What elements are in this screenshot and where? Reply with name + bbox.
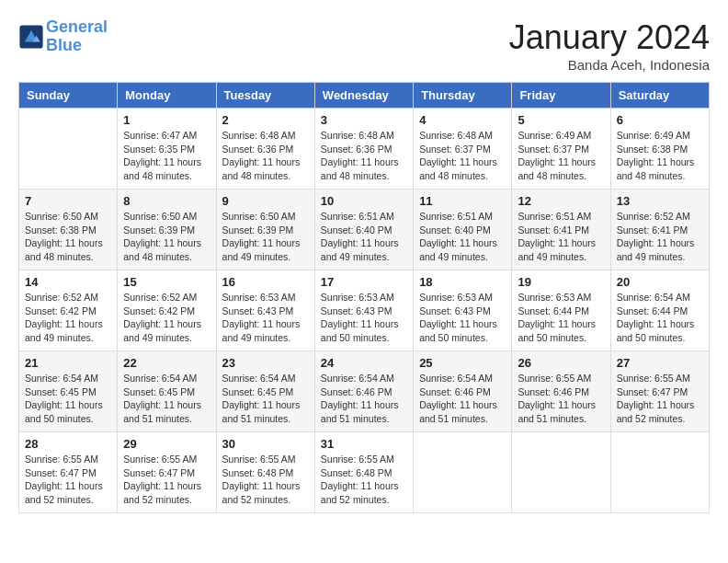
day-number: 1 (123, 113, 210, 127)
day-number: 14 (25, 275, 111, 289)
calendar-week-5: 28Sunrise: 6:55 AM Sunset: 6:47 PM Dayli… (19, 432, 710, 513)
day-number: 9 (222, 194, 309, 208)
calendar-header-row: SundayMondayTuesdayWednesdayThursdayFrid… (19, 83, 710, 109)
logo-icon (18, 24, 44, 50)
day-number: 11 (419, 194, 506, 208)
calendar-cell (610, 432, 709, 513)
day-info: Sunrise: 6:53 AM Sunset: 6:43 PM Dayligh… (419, 291, 506, 345)
day-number: 6 (617, 113, 703, 127)
weekday-header-sunday: Sunday (19, 83, 118, 109)
calendar-table: SundayMondayTuesdayWednesdayThursdayFrid… (18, 82, 710, 513)
calendar-cell: 24Sunrise: 6:54 AM Sunset: 6:46 PM Dayli… (314, 351, 413, 432)
calendar-cell: 29Sunrise: 6:55 AM Sunset: 6:47 PM Dayli… (118, 432, 216, 513)
day-info: Sunrise: 6:48 AM Sunset: 6:36 PM Dayligh… (222, 129, 309, 183)
day-info: Sunrise: 6:50 AM Sunset: 6:39 PM Dayligh… (123, 210, 210, 264)
calendar-cell: 17Sunrise: 6:53 AM Sunset: 6:43 PM Dayli… (314, 270, 413, 351)
day-number: 13 (617, 194, 703, 208)
day-info: Sunrise: 6:49 AM Sunset: 6:37 PM Dayligh… (518, 129, 604, 183)
day-info: Sunrise: 6:48 AM Sunset: 6:36 PM Dayligh… (321, 129, 407, 183)
day-number: 31 (321, 437, 407, 451)
day-info: Sunrise: 6:54 AM Sunset: 6:46 PM Dayligh… (321, 372, 407, 426)
day-number: 30 (222, 437, 309, 451)
weekday-header-thursday: Thursday (414, 83, 512, 109)
calendar-cell: 15Sunrise: 6:52 AM Sunset: 6:42 PM Dayli… (118, 270, 216, 351)
calendar-cell: 18Sunrise: 6:53 AM Sunset: 6:43 PM Dayli… (414, 270, 512, 351)
day-number: 29 (123, 437, 210, 451)
calendar-cell: 22Sunrise: 6:54 AM Sunset: 6:45 PM Dayli… (118, 351, 216, 432)
day-number: 26 (518, 356, 604, 370)
calendar-cell: 8Sunrise: 6:50 AM Sunset: 6:39 PM Daylig… (118, 190, 216, 270)
calendar-cell: 30Sunrise: 6:55 AM Sunset: 6:48 PM Dayli… (216, 432, 314, 513)
day-info: Sunrise: 6:55 AM Sunset: 6:47 PM Dayligh… (617, 372, 703, 426)
day-info: Sunrise: 6:47 AM Sunset: 6:35 PM Dayligh… (123, 129, 210, 183)
calendar-cell: 31Sunrise: 6:55 AM Sunset: 6:48 PM Dayli… (314, 432, 413, 513)
calendar-cell: 9Sunrise: 6:50 AM Sunset: 6:39 PM Daylig… (216, 190, 314, 270)
calendar-cell: 12Sunrise: 6:51 AM Sunset: 6:41 PM Dayli… (512, 190, 610, 270)
day-number: 2 (222, 113, 309, 127)
calendar-cell: 3Sunrise: 6:48 AM Sunset: 6:36 PM Daylig… (314, 109, 413, 190)
day-number: 4 (419, 113, 506, 127)
day-info: Sunrise: 6:54 AM Sunset: 6:45 PM Dayligh… (123, 372, 210, 426)
calendar-cell: 7Sunrise: 6:50 AM Sunset: 6:38 PM Daylig… (19, 190, 118, 270)
calendar-body: 1Sunrise: 6:47 AM Sunset: 6:35 PM Daylig… (19, 109, 710, 513)
day-info: Sunrise: 6:50 AM Sunset: 6:38 PM Dayligh… (25, 210, 111, 264)
weekday-header-tuesday: Tuesday (216, 83, 314, 109)
logo-text: General Blue (46, 18, 108, 55)
calendar-cell: 2Sunrise: 6:48 AM Sunset: 6:36 PM Daylig… (216, 109, 314, 190)
day-info: Sunrise: 6:55 AM Sunset: 6:48 PM Dayligh… (222, 453, 309, 507)
calendar-cell: 4Sunrise: 6:48 AM Sunset: 6:37 PM Daylig… (414, 109, 512, 190)
day-info: Sunrise: 6:49 AM Sunset: 6:38 PM Dayligh… (617, 129, 703, 183)
weekday-header-wednesday: Wednesday (314, 83, 413, 109)
day-info: Sunrise: 6:53 AM Sunset: 6:43 PM Dayligh… (321, 291, 407, 345)
day-number: 28 (25, 437, 111, 451)
day-number: 20 (617, 275, 703, 289)
day-number: 3 (321, 113, 407, 127)
day-info: Sunrise: 6:53 AM Sunset: 6:43 PM Dayligh… (222, 291, 309, 345)
day-number: 25 (419, 356, 506, 370)
day-info: Sunrise: 6:51 AM Sunset: 6:41 PM Dayligh… (518, 210, 604, 264)
day-number: 22 (123, 356, 210, 370)
location-subtitle: Banda Aceh, Indonesia (509, 57, 710, 73)
page-header: General Blue January 2024 Banda Aceh, In… (18, 18, 710, 73)
calendar-cell: 26Sunrise: 6:55 AM Sunset: 6:46 PM Dayli… (512, 351, 610, 432)
weekday-header-monday: Monday (118, 83, 216, 109)
calendar-cell: 14Sunrise: 6:52 AM Sunset: 6:42 PM Dayli… (19, 270, 118, 351)
day-number: 5 (518, 113, 604, 127)
day-info: Sunrise: 6:54 AM Sunset: 6:46 PM Dayligh… (419, 372, 506, 426)
calendar-cell: 28Sunrise: 6:55 AM Sunset: 6:47 PM Dayli… (19, 432, 118, 513)
calendar-cell: 10Sunrise: 6:51 AM Sunset: 6:40 PM Dayli… (314, 190, 413, 270)
calendar-cell: 21Sunrise: 6:54 AM Sunset: 6:45 PM Dayli… (19, 351, 118, 432)
day-number: 27 (617, 356, 703, 370)
day-info: Sunrise: 6:55 AM Sunset: 6:48 PM Dayligh… (321, 453, 407, 507)
calendar-cell (414, 432, 512, 513)
weekday-header-saturday: Saturday (610, 83, 709, 109)
day-info: Sunrise: 6:48 AM Sunset: 6:37 PM Dayligh… (419, 129, 506, 183)
day-number: 19 (518, 275, 604, 289)
day-number: 8 (123, 194, 210, 208)
day-info: Sunrise: 6:53 AM Sunset: 6:44 PM Dayligh… (518, 291, 604, 345)
day-number: 16 (222, 275, 309, 289)
calendar-week-4: 21Sunrise: 6:54 AM Sunset: 6:45 PM Dayli… (19, 351, 710, 432)
logo: General Blue (18, 18, 108, 55)
day-number: 15 (123, 275, 210, 289)
day-number: 18 (419, 275, 506, 289)
day-number: 24 (321, 356, 407, 370)
calendar-week-1: 1Sunrise: 6:47 AM Sunset: 6:35 PM Daylig… (19, 109, 710, 190)
day-info: Sunrise: 6:52 AM Sunset: 6:42 PM Dayligh… (123, 291, 210, 345)
day-info: Sunrise: 6:51 AM Sunset: 6:40 PM Dayligh… (321, 210, 407, 264)
calendar-cell: 20Sunrise: 6:54 AM Sunset: 6:44 PM Dayli… (610, 270, 709, 351)
day-info: Sunrise: 6:54 AM Sunset: 6:45 PM Dayligh… (222, 372, 309, 426)
calendar-week-2: 7Sunrise: 6:50 AM Sunset: 6:38 PM Daylig… (19, 190, 710, 270)
day-info: Sunrise: 6:55 AM Sunset: 6:46 PM Dayligh… (518, 372, 604, 426)
calendar-cell: 5Sunrise: 6:49 AM Sunset: 6:37 PM Daylig… (512, 109, 610, 190)
calendar-cell: 16Sunrise: 6:53 AM Sunset: 6:43 PM Dayli… (216, 270, 314, 351)
day-info: Sunrise: 6:50 AM Sunset: 6:39 PM Dayligh… (222, 210, 309, 264)
calendar-cell (19, 109, 118, 190)
day-number: 10 (321, 194, 407, 208)
day-number: 12 (518, 194, 604, 208)
calendar-cell: 6Sunrise: 6:49 AM Sunset: 6:38 PM Daylig… (610, 109, 709, 190)
day-info: Sunrise: 6:54 AM Sunset: 6:44 PM Dayligh… (617, 291, 703, 345)
day-number: 7 (25, 194, 111, 208)
month-title: January 2024 (509, 18, 710, 57)
day-number: 23 (222, 356, 309, 370)
